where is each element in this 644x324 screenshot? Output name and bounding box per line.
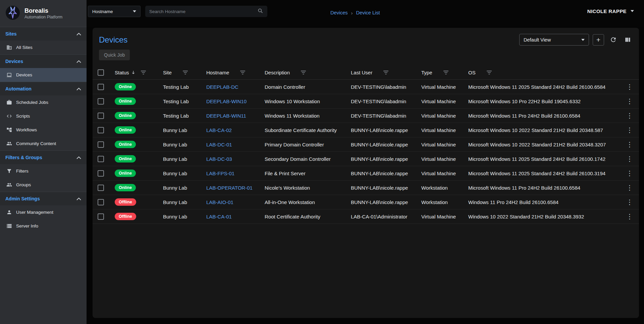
hostname-link[interactable]: LAB-OPERATOR-01 — [206, 185, 253, 191]
row-checkbox[interactable] — [98, 199, 104, 205]
columns-icon[interactable] — [622, 35, 633, 45]
column-header-description[interactable]: Description — [265, 70, 290, 75]
column-header-type[interactable]: Type — [421, 70, 432, 75]
hostname-link[interactable]: DEEPLAB-WIN10 — [206, 99, 247, 104]
chevron-down-icon — [631, 10, 634, 12]
quick-job-button[interactable]: Quick Job — [99, 50, 130, 60]
sidebar-item-groups[interactable]: Groups — [0, 178, 87, 192]
more-vert-icon[interactable]: ⋮ — [626, 127, 633, 133]
sidebar-item-scripts[interactable]: Scripts — [0, 109, 87, 123]
brand-subtitle: Automation Platform — [24, 15, 62, 19]
sidebar-item-workflows[interactable]: Workflows — [0, 123, 87, 137]
hostname-link[interactable]: DEEPLAB-DC — [206, 84, 238, 90]
filter-icon[interactable] — [301, 70, 306, 75]
table-row[interactable]: OnlineBunny LabLAB-DC-01Primary Domain C… — [93, 137, 639, 152]
select-all-checkbox[interactable] — [98, 69, 104, 76]
search-input[interactable] — [149, 9, 257, 14]
more-vert-icon[interactable]: ⋮ — [626, 213, 633, 220]
table-row[interactable]: OnlineBunny LabLAB-CA-02Subordinate Cert… — [93, 123, 639, 137]
more-vert-icon[interactable]: ⋮ — [626, 98, 633, 105]
column-header-status[interactable]: Status — [115, 70, 129, 75]
view-selector[interactable]: Default View — [519, 34, 589, 46]
add-view-button[interactable]: + — [593, 34, 604, 46]
row-checkbox[interactable] — [98, 113, 104, 119]
more-vert-icon[interactable]: ⋮ — [626, 155, 633, 162]
row-checkbox[interactable] — [98, 170, 104, 177]
more-vert-icon[interactable]: ⋮ — [626, 170, 633, 177]
sidebar-section-admin-settings[interactable]: Admin Settings — [0, 192, 87, 205]
row-checkbox[interactable] — [98, 213, 104, 220]
table-body: OnlineTesting LabDEEPLAB-DCDomain Contro… — [93, 80, 639, 224]
brand-header: Borealis Automation Platform — [0, 0, 87, 27]
search-icon[interactable] — [257, 8, 263, 15]
sidebar-item-community-content[interactable]: Community Content — [0, 137, 87, 150]
hostname-link[interactable]: LAB-DC-01 — [206, 142, 232, 147]
row-checkbox[interactable] — [98, 141, 104, 148]
row-checkbox[interactable] — [98, 98, 104, 105]
user-menu[interactable]: NICOLE RAPPE — [587, 8, 634, 14]
breadcrumb-device-list[interactable]: Device List — [356, 10, 380, 15]
status-badge: Online — [115, 98, 136, 105]
breadcrumb-devices[interactable]: Devices — [330, 10, 348, 15]
filter-icon[interactable] — [240, 70, 246, 75]
filter-icon[interactable] — [182, 70, 188, 75]
sidebar-item-filters[interactable]: Filters — [0, 164, 87, 178]
description-cell: Primary Domain Controller — [259, 142, 345, 147]
row-checkbox[interactable] — [98, 185, 104, 191]
last-user-cell: BUNNY-LAB\nicole.rappe — [345, 185, 415, 191]
row-checkbox[interactable] — [98, 84, 104, 90]
table-row[interactable]: OnlineBunny LabLAB-OPERATOR-01Nicole's W… — [93, 181, 639, 195]
row-checkbox[interactable] — [98, 127, 104, 133]
hostname-link[interactable]: LAB-AIO-01 — [206, 199, 233, 205]
sidebar-item-scheduled-jobs[interactable]: Scheduled Jobs — [0, 95, 87, 109]
hostname-link[interactable]: DEEPLAB-WIN11 — [206, 113, 246, 119]
filter-icon[interactable] — [383, 70, 389, 75]
table-row[interactable]: OnlineTesting LabDEEPLAB-WIN10Windows 10… — [93, 94, 639, 109]
table-row[interactable]: OnlineTesting LabDEEPLAB-DCDomain Contro… — [93, 80, 639, 94]
more-vert-icon[interactable]: ⋮ — [626, 112, 633, 119]
row-checkbox[interactable] — [98, 156, 104, 162]
more-vert-icon[interactable]: ⋮ — [626, 199, 633, 205]
type-cell: Virtual Machine — [415, 156, 462, 162]
sidebar-item-devices[interactable]: Devices — [0, 68, 87, 82]
server-info-icon — [6, 223, 12, 229]
filter-icon[interactable] — [486, 70, 492, 75]
sidebar-item-server-info[interactable]: Server Info — [0, 219, 87, 233]
status-badge: Online — [115, 126, 136, 134]
sidebar-item-user-management[interactable]: User Management — [0, 205, 87, 219]
sidebar-section-sites[interactable]: Sites — [0, 27, 87, 41]
description-cell: Domain Controller — [259, 84, 345, 90]
more-vert-icon[interactable]: ⋮ — [626, 184, 633, 191]
column-header-last-user[interactable]: Last User — [351, 70, 372, 75]
table-row[interactable]: OnlineTesting LabDEEPLAB-WIN11Windows 11… — [93, 109, 639, 123]
sidebar-item-all-sites[interactable]: All Sites — [0, 41, 87, 54]
section-label: Devices — [5, 59, 23, 64]
filter-icon[interactable] — [443, 70, 449, 75]
devices-icon — [6, 72, 12, 78]
search-field-selector[interactable]: Hostname — [88, 6, 141, 17]
hostname-link[interactable]: LAB-DC-03 — [206, 156, 232, 162]
hostname-link[interactable]: LAB-CA-02 — [206, 127, 232, 133]
more-vert-icon[interactable]: ⋮ — [626, 141, 633, 148]
sort-desc-icon[interactable] — [131, 70, 136, 75]
table-row[interactable]: OfflineBunny LabLAB-CA-01Root Certificat… — [93, 209, 639, 224]
sidebar-section-filters-groups[interactable]: Filters & Groups — [0, 150, 87, 164]
sidebar-section-devices[interactable]: Devices — [0, 54, 87, 68]
filter-icon[interactable] — [141, 70, 146, 75]
refresh-icon[interactable] — [608, 35, 619, 45]
column-header-site[interactable]: Site — [163, 70, 172, 75]
site-cell: Bunny Lab — [157, 171, 200, 176]
column-header-os[interactable]: OS — [468, 70, 476, 75]
table-row[interactable]: OnlineBunny LabLAB-DC-03Secondary Domain… — [93, 152, 639, 166]
section-label: Filters & Groups — [5, 155, 42, 160]
hostname-link[interactable]: LAB-FPS-01 — [206, 171, 234, 176]
more-vert-icon[interactable]: ⋮ — [626, 83, 633, 90]
table-row[interactable]: OnlineBunny LabLAB-FPS-01File & Print Se… — [93, 166, 639, 181]
sidebar-section-automation[interactable]: Automation — [0, 82, 87, 95]
column-header-hostname[interactable]: Hostname — [206, 70, 229, 75]
site-cell: Bunny Lab — [157, 127, 200, 133]
hostname-link[interactable]: LAB-CA-01 — [206, 214, 232, 219]
status-badge: Online — [115, 170, 136, 177]
scripts-icon — [6, 113, 12, 119]
table-row[interactable]: OfflineBunny LabLAB-AIO-01All-in-One Wor… — [93, 195, 639, 209]
